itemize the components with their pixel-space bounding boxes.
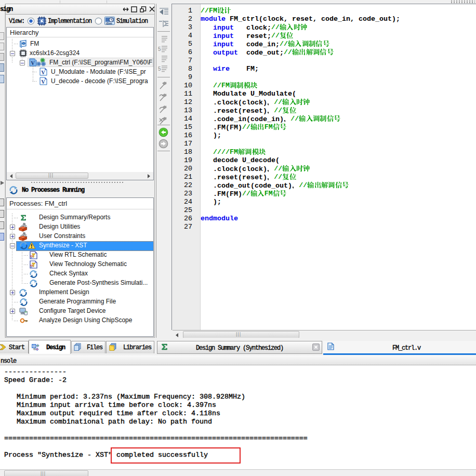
svg-text:5: 5 [158, 46, 161, 52]
svg-text:5: 5 [158, 66, 161, 72]
